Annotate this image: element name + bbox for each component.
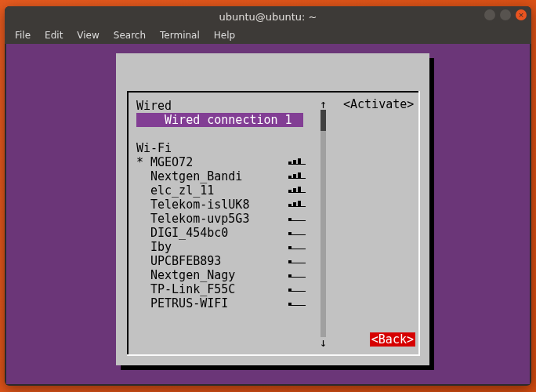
signal-strength-icon (288, 183, 312, 194)
terminal-content[interactable]: Wired Wired connection 1 Wi-Fi *MGEO72Ne… (6, 44, 530, 384)
wifi-network-name: MGEO72 (150, 155, 193, 169)
wired-section-header: Wired (136, 99, 317, 113)
wifi-network-name: TP-Link_F55C (150, 282, 235, 296)
wifi-network-name: Iby (150, 240, 172, 254)
wifi-network-name: Telekom-uvp5G3 (150, 212, 249, 226)
close-button[interactable]: × (516, 9, 527, 20)
connected-indicator: * (136, 155, 150, 169)
maximize-button[interactable] (500, 9, 511, 20)
wired-connection-label: Wired connection 1 (165, 113, 292, 127)
wifi-network-name: PETRUS-WIFI (150, 296, 228, 310)
wifi-network-name: UPCBFEB893 (150, 254, 221, 268)
menu-edit[interactable]: Edit (39, 28, 68, 42)
scrollbar-track[interactable] (321, 110, 326, 337)
wifi-network-name: DIGI_454bc0 (150, 226, 228, 240)
signal-strength-icon (288, 282, 312, 293)
signal-strength-icon (288, 226, 312, 237)
signal-strength-icon (288, 254, 312, 265)
wired-connection-item[interactable]: Wired connection 1 (136, 113, 303, 127)
back-button[interactable]: <Back> (370, 332, 415, 347)
scroll-up-arrow[interactable]: ↑ (319, 99, 328, 110)
signal-strength-icon (288, 240, 312, 251)
terminal-window: ubuntu@ubuntu: ~ × File Edit View Search… (5, 6, 531, 386)
menu-help[interactable]: Help (208, 28, 241, 42)
network-list-frame: Wired Wired connection 1 Wi-Fi *MGEO72Ne… (127, 91, 418, 354)
wifi-section-header: Wi-Fi (136, 141, 317, 155)
menu-file[interactable]: File (9, 28, 36, 42)
signal-strength-icon (288, 296, 312, 307)
signal-strength-icon (288, 212, 312, 223)
scrollbar-thumb[interactable] (321, 110, 326, 131)
scrollbar[interactable]: ↑ ↓ (319, 99, 328, 348)
menu-bar: File Edit View Search Terminal Help (5, 27, 531, 44)
window-titlebar[interactable]: ubuntu@ubuntu: ~ × (5, 6, 531, 27)
wifi-network-name: Nextgen_Nagy (150, 268, 235, 282)
signal-strength-icon (288, 155, 312, 166)
menu-search[interactable]: Search (108, 28, 151, 42)
activate-button[interactable]: <Activate> (343, 97, 414, 111)
signal-strength-icon (288, 268, 312, 279)
wifi-network-name: Telekom-islUK8 (150, 198, 249, 212)
signal-strength-icon (288, 198, 312, 209)
right-column: <Activate> (343, 97, 415, 111)
wifi-network-name: elc_zl_11 (150, 183, 214, 198)
window-controls: × (484, 9, 527, 20)
window-title: ubuntu@ubuntu: ~ (219, 11, 317, 23)
menu-view[interactable]: View (71, 28, 104, 42)
wifi-network-name: Nextgen_Bandi (150, 169, 242, 183)
signal-strength-icon (288, 169, 312, 180)
minimize-button[interactable] (484, 9, 495, 20)
menu-terminal[interactable]: Terminal (154, 28, 205, 42)
scroll-down-arrow[interactable]: ↓ (319, 337, 328, 348)
spacer (136, 127, 317, 141)
network-manager-dialog: Wired Wired connection 1 Wi-Fi *MGEO72Ne… (116, 53, 429, 365)
